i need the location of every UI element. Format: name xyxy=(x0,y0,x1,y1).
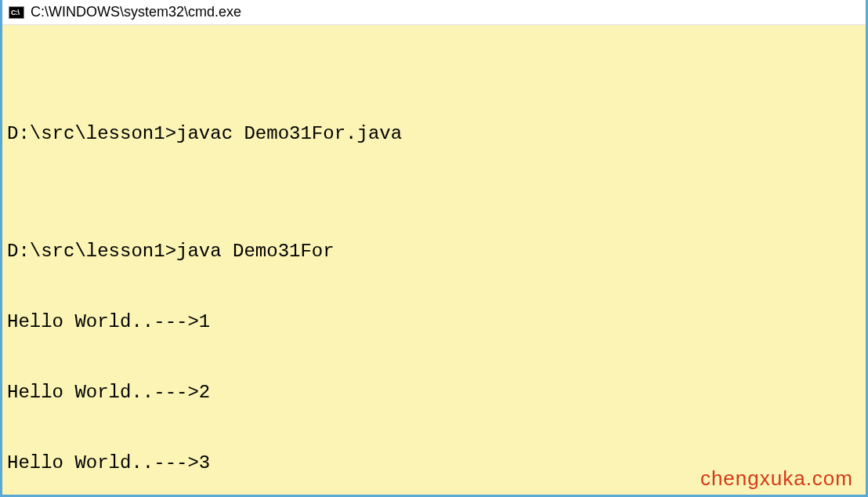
terminal-line: D:\src\lesson1>javac Demo31For.java xyxy=(7,122,861,146)
terminal-line: Hello World..--->1 xyxy=(7,310,861,334)
terminal-line: Hello World..--->2 xyxy=(7,381,861,404)
window-title: C:\WINDOWS\system32\cmd.exe xyxy=(31,4,241,20)
watermark: chengxuka.com xyxy=(700,466,853,490)
terminal-output[interactable]: D:\src\lesson1>javac Demo31For.java D:\s… xyxy=(2,25,866,495)
terminal-line: D:\src\lesson1>java Demo31For xyxy=(7,240,861,263)
cmd-icon-text: C:\ xyxy=(11,9,20,16)
title-bar[interactable]: C:\ C:\WINDOWS\system32\cmd.exe xyxy=(2,0,866,25)
cmd-icon: C:\ xyxy=(9,6,24,19)
